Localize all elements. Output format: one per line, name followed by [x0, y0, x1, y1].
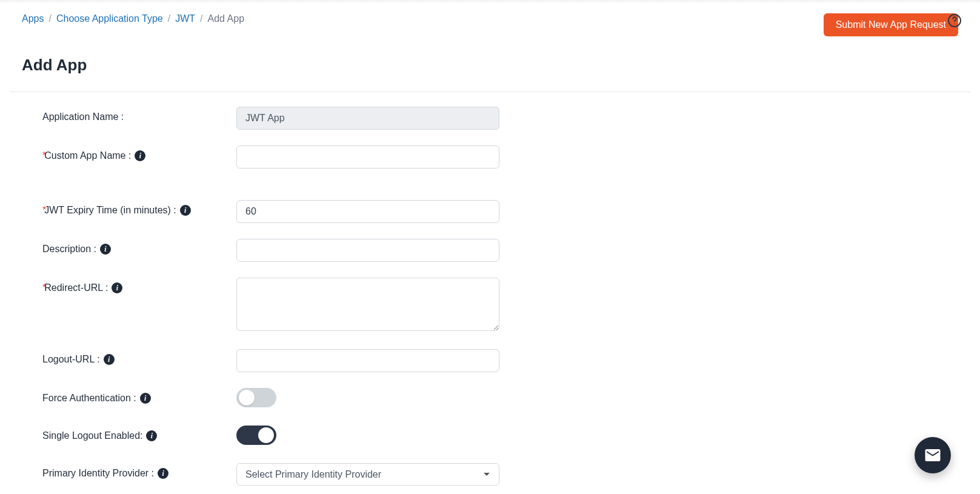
application-name-input	[236, 107, 499, 130]
breadcrumb-current: Add App	[208, 13, 245, 24]
info-icon[interactable]: i	[104, 354, 115, 365]
breadcrumb-sep: /	[48, 13, 51, 24]
force-authentication-toggle[interactable]	[236, 388, 276, 407]
description-input[interactable]	[236, 239, 499, 262]
custom-app-name-input[interactable]	[236, 145, 499, 169]
description-label: Description :	[42, 244, 96, 255]
info-icon[interactable]: i	[158, 468, 168, 479]
breadcrumb-link-apps[interactable]: Apps	[22, 13, 44, 24]
submit-new-app-request-button[interactable]: Submit New App Request	[824, 13, 958, 36]
single-logout-toggle[interactable]	[236, 426, 276, 445]
single-logout-label: Single Logout Enabled:	[42, 430, 142, 441]
application-name-label: Application Name :	[42, 112, 124, 122]
breadcrumb-sep: /	[168, 13, 170, 24]
force-authentication-label: Force Authentication :	[42, 393, 136, 404]
custom-app-name-label: Custom App Name :	[44, 150, 131, 161]
info-icon[interactable]: i	[140, 393, 151, 404]
redirect-url-label: Redirect-URL :	[44, 282, 108, 293]
info-icon[interactable]: i	[146, 430, 157, 441]
breadcrumb-link-jwt[interactable]: JWT	[175, 13, 195, 24]
jwt-expiry-label: JWT Expiry Time (in minutes) :	[44, 205, 176, 215]
info-icon[interactable]: i	[100, 244, 111, 255]
info-icon[interactable]: i	[112, 282, 122, 293]
info-icon[interactable]: i	[135, 150, 145, 161]
page-title: Add App	[22, 56, 958, 75]
breadcrumb-sep: /	[200, 13, 202, 24]
redirect-url-input[interactable]	[236, 278, 499, 331]
logout-url-input[interactable]	[236, 349, 499, 372]
breadcrumb: Apps / Choose Application Type / JWT / A…	[22, 13, 244, 24]
svg-point-1	[954, 24, 955, 24]
chat-widget-button[interactable]	[915, 437, 951, 473]
info-icon[interactable]: i	[180, 205, 191, 216]
primary-idp-select[interactable]: Select Primary Identity Provider	[236, 463, 499, 486]
add-app-form: Application Name : *Custom App Name : i …	[22, 92, 958, 494]
jwt-expiry-input[interactable]	[236, 200, 499, 223]
help-icon[interactable]	[947, 13, 962, 28]
logout-url-label: Logout-URL :	[42, 354, 100, 365]
breadcrumb-link-choose-type[interactable]: Choose Application Type	[56, 13, 163, 24]
primary-idp-label: Primary Identity Provider :	[42, 468, 154, 479]
